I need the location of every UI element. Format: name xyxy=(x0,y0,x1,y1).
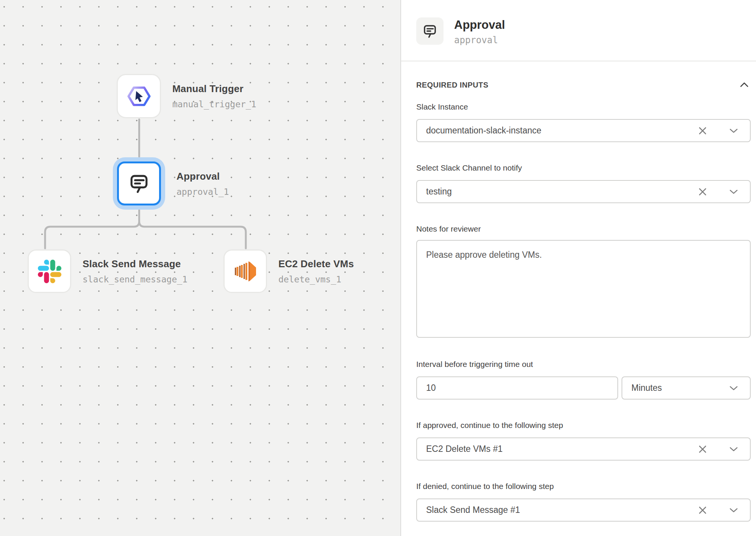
node-slack-tile[interactable] xyxy=(28,249,71,293)
node-approval-tile[interactable] xyxy=(117,161,161,205)
manual-trigger-icon xyxy=(126,83,152,109)
dropdown-button[interactable] xyxy=(729,385,739,391)
node-id: slack_send_message_1 xyxy=(83,274,187,284)
clear-x-icon xyxy=(698,444,708,454)
slack-instance-value: documentation-slack-instance xyxy=(426,125,698,136)
node-approval: Approval approval_1 xyxy=(113,157,229,210)
node-title: EC2 Delete VMs xyxy=(278,258,354,270)
slack-channel-label: Select Slack Channel to notify xyxy=(416,163,751,172)
node-title: Slack Send Message xyxy=(83,258,187,270)
interval-group: Interval before triggering time out Minu… xyxy=(416,360,751,400)
panel-title: Approval xyxy=(454,18,505,32)
node-id: approval_1 xyxy=(177,187,229,197)
chevron-down-icon xyxy=(729,128,739,134)
notes-label: Notes for reviewer xyxy=(416,224,751,234)
chevron-up-icon xyxy=(739,81,749,89)
ec2-icon xyxy=(232,258,259,285)
slack-instance-group: Slack Instance documentation-slack-insta… xyxy=(416,102,751,142)
step-config-panel: Approval approval REQUIRED INPUTS Slack … xyxy=(400,0,756,536)
chevron-down-icon xyxy=(729,507,739,513)
clear-x-icon xyxy=(698,126,708,136)
clear-button[interactable] xyxy=(698,126,708,136)
clear-x-icon xyxy=(698,187,708,197)
panel-subtitle: approval xyxy=(454,35,505,45)
slack-instance-label: Slack Instance xyxy=(416,102,751,111)
node-ec2-delete-vms: EC2 Delete VMs delete_vms_1 xyxy=(223,249,354,293)
if-denied-select[interactable]: Slack Send Message #1 xyxy=(416,498,751,522)
interval-value-input[interactable] xyxy=(416,376,618,400)
interval-unit-value: Minutes xyxy=(631,383,729,393)
node-id: delete_vms_1 xyxy=(278,274,354,284)
if-approved-group: If approved, continue to the following s… xyxy=(416,421,751,461)
node-manual-trigger: Manual Trigger manual_trigger_1 xyxy=(117,74,256,118)
panel-header: Approval approval xyxy=(401,0,756,61)
node-slack-send-message: Slack Send Message slack_send_message_1 xyxy=(28,249,187,293)
approval-icon xyxy=(127,172,151,195)
collapse-section-button[interactable] xyxy=(738,80,751,90)
if-approved-value: EC2 Delete VMs #1 xyxy=(426,444,698,454)
chevron-down-icon xyxy=(729,189,739,195)
approval-icon xyxy=(422,23,438,39)
if-denied-value: Slack Send Message #1 xyxy=(426,505,698,515)
node-approval-selection-halo xyxy=(113,157,165,210)
approval-step-icon-badge xyxy=(416,17,444,45)
slack-instance-select[interactable]: documentation-slack-instance xyxy=(416,119,751,142)
clear-button[interactable] xyxy=(698,444,708,454)
slack-channel-value: testing xyxy=(426,187,698,197)
chevron-down-icon xyxy=(729,385,739,391)
dropdown-button[interactable] xyxy=(729,446,739,452)
slack-channel-group: Select Slack Channel to notify testing xyxy=(416,163,751,203)
node-ec2-tile[interactable] xyxy=(223,249,267,293)
clear-button[interactable] xyxy=(698,187,708,197)
clear-x-icon xyxy=(698,505,708,515)
interval-label: Interval before triggering time out xyxy=(416,360,751,369)
if-approved-label: If approved, continue to the following s… xyxy=(416,421,751,430)
dropdown-button[interactable] xyxy=(729,189,739,195)
interval-unit-select[interactable]: Minutes xyxy=(622,376,751,400)
node-title: Manual Trigger xyxy=(172,83,256,95)
notes-textarea[interactable]: Please approve deleting VMs. xyxy=(416,240,751,338)
dropdown-button[interactable] xyxy=(729,128,739,134)
if-denied-label: If denied, continue to the following ste… xyxy=(416,482,751,491)
node-id: manual_trigger_1 xyxy=(172,99,256,109)
clear-button[interactable] xyxy=(698,505,708,515)
slack-icon xyxy=(38,260,61,283)
section-title: REQUIRED INPUTS xyxy=(416,81,488,89)
workflow-canvas[interactable]: Manual Trigger manual_trigger_1 Approval… xyxy=(0,0,400,536)
required-inputs-section: REQUIRED INPUTS Slack Instance documenta… xyxy=(401,61,756,522)
if-approved-select[interactable]: EC2 Delete VMs #1 xyxy=(416,437,751,461)
node-title: Approval xyxy=(177,171,229,182)
if-denied-group: If denied, continue to the following ste… xyxy=(416,482,751,522)
slack-channel-select[interactable]: testing xyxy=(416,180,751,203)
node-manual-trigger-tile[interactable] xyxy=(117,74,161,118)
dropdown-button[interactable] xyxy=(729,507,739,513)
chevron-down-icon xyxy=(729,446,739,452)
notes-group: Notes for reviewer Please approve deleti… xyxy=(416,224,751,339)
